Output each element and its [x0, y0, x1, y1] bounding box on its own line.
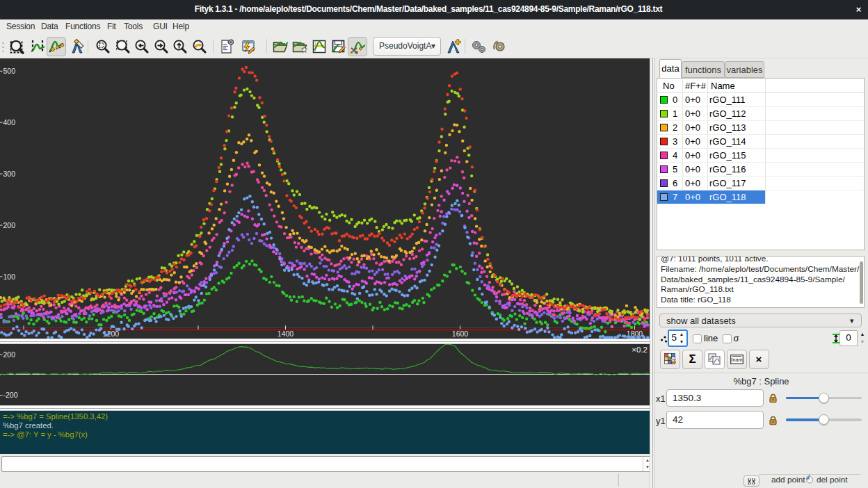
- svg-text:100: 100: [3, 273, 16, 281]
- svg-text:×0.2: ×0.2: [632, 345, 648, 354]
- svg-text:500: 500: [3, 67, 16, 75]
- svg-text:-200: -200: [3, 391, 18, 399]
- svg-text:400: 400: [3, 118, 16, 127]
- svg-text:200: 200: [3, 350, 16, 359]
- svg-text:200: 200: [3, 221, 16, 229]
- svg-text:300: 300: [3, 170, 16, 178]
- svg-text:Inam: Inam: [731, 357, 742, 363]
